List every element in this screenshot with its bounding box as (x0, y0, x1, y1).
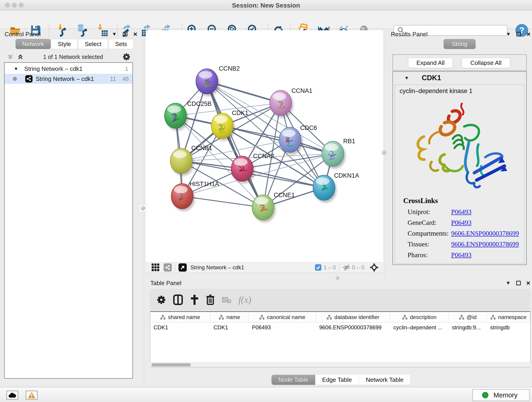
node-CCNB1[interactable]: CCNB1 (170, 145, 212, 176)
selected-checkbox-icon[interactable] (315, 264, 322, 271)
memory-status-dot-icon (482, 392, 488, 398)
crosslink-label: Tissues: (408, 240, 451, 248)
tab-style[interactable]: Style (51, 39, 78, 49)
column-header-@id[interactable]: @id (449, 312, 487, 322)
node-label-RB1: RB1 (343, 138, 355, 145)
tree-expander-icon[interactable]: ▼ (14, 66, 18, 71)
vertical-splitter[interactable] (385, 29, 385, 278)
table-cell[interactable]: 9606.ENSP00000378699 (316, 322, 390, 332)
protein-collapse-icon[interactable]: ▼ (404, 75, 409, 81)
table-cell[interactable]: cyclin–dependent ... (390, 322, 449, 332)
column-header-database-identifier[interactable]: database identifier (316, 312, 390, 322)
crosslink-row: Uniprot:P06493 (408, 208, 524, 216)
column-header-label: canonical name (267, 314, 305, 320)
crosslink-link[interactable]: 9606.ENSP00000378699 (451, 240, 519, 248)
results-panel-menu-icon[interactable]: ▼ (506, 31, 511, 37)
table-cell[interactable]: CDK1 (210, 322, 249, 332)
column-header-name[interactable]: name (210, 312, 249, 322)
network-node-count: 11 (110, 76, 116, 82)
tab-sets[interactable]: Sets (108, 39, 133, 49)
network-view-canvas[interactable]: CCNB2CCNA1CDC25BCDK1CDC6RB1CCNB1CCNA2CDK… (146, 30, 383, 262)
delete-trash-icon[interactable] (206, 294, 215, 305)
node-CCNE1[interactable]: CCNE1 (252, 191, 295, 222)
column-header-canonical-name[interactable]: canonical name (249, 312, 316, 322)
vertical-splitter[interactable] (144, 29, 144, 387)
node-label-CCNA1: CCNA1 (291, 87, 312, 94)
column-header-shared-name[interactable]: shared name (150, 312, 210, 322)
table-cell[interactable]: stringdb:9... (449, 322, 487, 332)
edge-CCNB2-CCNE1[interactable] (207, 81, 263, 207)
control-panel-float-icon[interactable] (123, 32, 127, 36)
network-view-statusbar: String Network – cdk1 1 – 0 0 – 0 (146, 262, 383, 273)
tab-string[interactable]: String (443, 39, 476, 49)
expand-all-button[interactable]: Expand All (408, 58, 453, 68)
crosslink-link[interactable]: 9606.ENSP00000378699 (451, 230, 519, 237)
crosslink-link[interactable]: P06493 (451, 208, 472, 216)
show-columns-icon[interactable] (173, 294, 183, 305)
control-panel: Control Panel ▼ × NetworkStyleSelectSets… (2, 29, 136, 380)
tab-select[interactable]: Select (78, 39, 108, 49)
tab-network[interactable]: Network (16, 39, 51, 49)
birds-eye-grid-icon[interactable] (151, 263, 160, 272)
column-header-namespace[interactable]: namespace (487, 312, 530, 322)
node-label-CDKN1A: CDKN1A (334, 172, 359, 179)
tab-node-table[interactable]: Node Table (272, 375, 315, 385)
add-row-plus-icon[interactable] (190, 294, 199, 305)
results-panel-close-icon[interactable]: × (526, 32, 531, 36)
left-splitter-handle[interactable] (139, 204, 147, 212)
crosslink-row: Pharos:P06493 (408, 251, 524, 259)
node-CDKN1A[interactable]: CDKN1A (313, 172, 359, 203)
memory-button[interactable]: Memory (472, 389, 530, 401)
statusbar-separator (339, 263, 339, 272)
table-header-row: shared namenamecanonical namedatabase id… (150, 312, 530, 322)
warning-triangle-icon (28, 392, 36, 399)
node-CDC6[interactable]: CDC6 (279, 124, 317, 155)
crosslink-link[interactable]: P06493 (451, 251, 472, 259)
node-HIST1H1A[interactable]: HIST1H1A (171, 181, 219, 211)
open-in-new-window-icon[interactable] (178, 263, 187, 272)
network-options-gear-icon[interactable] (122, 53, 131, 61)
table-panel: Table Panel ▼ × f(x) shared namena (148, 278, 532, 387)
bottom-splitter-handle[interactable] (336, 276, 339, 280)
scrollbar-thumb[interactable] (152, 363, 191, 366)
tab-edge-table[interactable]: Edge Table (315, 375, 359, 385)
function-builder-icon: f(x) (239, 294, 251, 305)
network-collection-row[interactable]: ▼ String Network – cdk1 1 (5, 64, 133, 74)
network-collection-label: String Network – cdk1 (24, 65, 82, 72)
tab-network-table[interactable]: Network Table (359, 375, 411, 385)
node-label-CDK1: CDK1 (232, 109, 248, 116)
network-share-toggle-icon[interactable] (164, 263, 172, 272)
column-type-icon (259, 315, 265, 320)
hidden-eye-slash-icon[interactable] (342, 264, 350, 271)
expand-all-chevron-icon[interactable] (17, 53, 24, 60)
crosslink-link[interactable]: P06493 (451, 219, 472, 226)
network-collection-count: 1 (125, 65, 128, 72)
column-header-description[interactable]: description (390, 312, 449, 322)
column-header-label: database identifier (334, 314, 379, 320)
table-panel-title: Table Panel (150, 280, 181, 287)
protein-result-card: ▼ CDK1 cyclin–dependent kinase 1 (393, 71, 527, 265)
table-cell[interactable]: P06493 (249, 322, 316, 332)
statusbar-separator (175, 263, 175, 272)
collapse-all-button[interactable]: Collapse All (462, 58, 510, 68)
node-RB1[interactable]: RB1 (322, 138, 355, 169)
table-cell[interactable]: stringdb (487, 322, 530, 332)
column-type-icon (490, 315, 496, 320)
table-settings-gear-icon[interactable] (157, 295, 166, 305)
table-panel-float-icon[interactable] (516, 281, 521, 285)
network-row[interactable]: String Network – cdk1 11 48 (5, 74, 133, 84)
table-panel-close-icon[interactable]: × (526, 281, 530, 285)
table-row[interactable]: CDK1CDK1P064939606.ENSP00000378699cyclin… (150, 322, 530, 332)
table-horizontal-scrollbar[interactable] (150, 362, 530, 367)
fit-content-crosshair-icon[interactable] (369, 263, 379, 272)
collapse-all-chevron-icon[interactable] (7, 53, 14, 60)
table-panel-menu-icon[interactable]: ▼ (506, 280, 511, 286)
network-share-icon (25, 75, 32, 83)
right-splitter-handle[interactable] (382, 150, 386, 155)
cloud-status-button[interactable] (6, 390, 18, 400)
table-cell[interactable]: CDK1 (150, 322, 210, 332)
control-panel-menu-icon[interactable]: ▼ (112, 31, 117, 37)
control-panel-close-icon[interactable]: × (133, 32, 138, 36)
results-panel-float-icon[interactable] (516, 32, 521, 36)
warnings-button[interactable] (26, 390, 38, 400)
